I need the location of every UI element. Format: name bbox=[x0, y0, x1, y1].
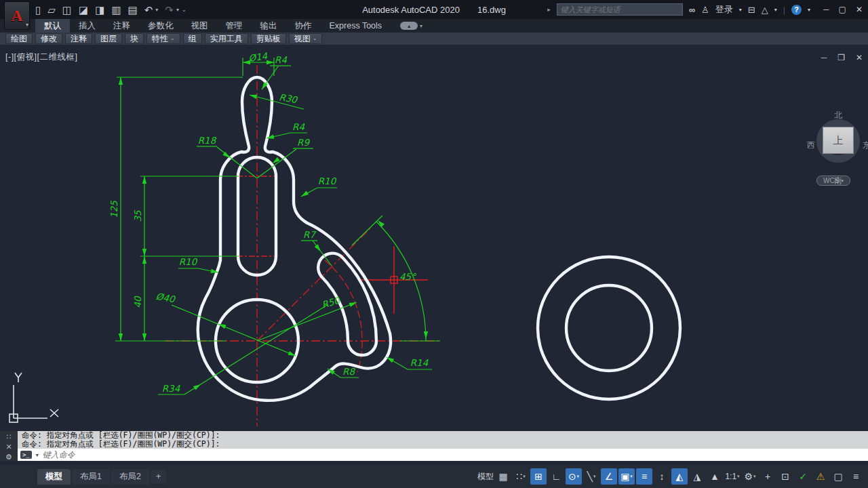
model-space-canvas[interactable]: Ø14 R4 R30 R4 R18 R9 R10 125 35 R7 45° R… bbox=[0, 45, 868, 465]
redo-dropdown-icon[interactable]: ▾ bbox=[176, 7, 179, 13]
dynamic-input-icon[interactable]: ⊞ bbox=[530, 468, 547, 485]
panel-block[interactable]: 块 bbox=[125, 33, 144, 44]
help-dropdown-icon[interactable]: ▾ bbox=[808, 7, 810, 13]
tab-output[interactable]: 输出 bbox=[252, 19, 286, 33]
snap-mode-icon[interactable]: ∷▾ bbox=[513, 468, 529, 485]
tab-insert[interactable]: 插入 bbox=[70, 19, 104, 33]
new-file-icon[interactable]: ▯ bbox=[35, 5, 41, 15]
autocad-logo: A bbox=[11, 7, 22, 25]
annotation-scale-icon[interactable]: ▲ bbox=[707, 468, 723, 485]
open-file-icon[interactable]: ▱ bbox=[47, 5, 56, 15]
graphics-performance-icon[interactable]: ✓ bbox=[795, 468, 811, 485]
panel-modify[interactable]: 修改 bbox=[35, 33, 62, 44]
object-snap-icon[interactable]: ▣▾ bbox=[618, 468, 635, 485]
panel-properties[interactable]: 特性⌄ bbox=[146, 33, 180, 44]
object-snap-tracking-icon[interactable]: ∠ bbox=[601, 468, 617, 485]
grid-display-icon[interactable]: ▦ bbox=[495, 468, 511, 485]
wcs-dropdown[interactable]: WCS▾ bbox=[816, 176, 850, 186]
tab-manage[interactable]: 管理 bbox=[217, 19, 252, 33]
recent-commands-icon[interactable]: ▾ bbox=[36, 452, 39, 458]
customization-icon[interactable]: ≡ bbox=[848, 468, 864, 485]
tab-layout1[interactable]: 布局1 bbox=[72, 469, 110, 485]
panel-utilities[interactable]: 实用工具 bbox=[205, 33, 248, 44]
tab-express-tools[interactable]: Express Tools bbox=[321, 19, 391, 33]
viewcube-west[interactable]: 西 bbox=[807, 140, 815, 151]
undo-icon[interactable]: ↶ bbox=[144, 5, 153, 15]
panel-clipboard[interactable]: 剪贴板 bbox=[251, 33, 286, 44]
undo-dropdown-icon[interactable]: ▾ bbox=[155, 7, 158, 13]
command-input[interactable] bbox=[43, 450, 868, 460]
search-icon[interactable]: ∞ bbox=[689, 5, 695, 15]
ribbon-display-button[interactable]: ▲ bbox=[400, 22, 418, 30]
new-layout-button[interactable]: + bbox=[151, 470, 166, 483]
annotation-monitor-icon[interactable]: + bbox=[760, 468, 776, 485]
save-icon[interactable]: ◫ bbox=[62, 5, 72, 15]
minimize-button[interactable]: ─ bbox=[823, 5, 829, 14]
search-expand-icon[interactable]: ▸ bbox=[547, 6, 551, 13]
annotation-visibility-icon[interactable]: ◭ bbox=[671, 468, 688, 485]
tab-view[interactable]: 视图 bbox=[182, 19, 217, 33]
tab-layout2[interactable]: 布局2 bbox=[111, 469, 149, 485]
close-button[interactable]: ✕ bbox=[856, 5, 863, 14]
sign-in-dropdown-icon[interactable]: ▾ bbox=[739, 7, 742, 13]
panel-draw[interactable]: 绘图 bbox=[5, 33, 33, 44]
viewcube-east[interactable]: 东 bbox=[863, 140, 868, 151]
hardware-acceleration-icon[interactable]: ⚠ bbox=[812, 468, 829, 485]
title-bar-right: ▸ ∞ ♙ 登录 ▾ ⊟ △ ▾ | ? ▾ ─ ▢ ✕ bbox=[547, 0, 868, 19]
etransmit-icon[interactable]: ◨ bbox=[95, 5, 104, 15]
ribbon-tab-row: 默认 插入 注释 参数化 视图 管理 输出 协作 Express Tools ▲… bbox=[0, 19, 868, 33]
annotation-scale-button[interactable]: 1:1▾ bbox=[724, 468, 741, 485]
status-bar: 模型 布局1 布局2 + 模型 ▦ ∷▾ ⊞ ∟ ⊙▾ ╲▾ ∠ ▣▾ ≡ ↕ … bbox=[0, 465, 868, 488]
panel-layers[interactable]: 图层 bbox=[95, 33, 122, 44]
tab-default[interactable]: 默认 bbox=[35, 19, 70, 33]
maximize-button[interactable]: ▢ bbox=[839, 5, 846, 14]
viewport-controls[interactable]: [-][俯视][二维线框] bbox=[5, 52, 78, 63]
model-space-button[interactable]: 模型 bbox=[477, 468, 494, 485]
qat-customize-icon[interactable]: ⌄ bbox=[182, 7, 186, 13]
clean-screen-icon[interactable]: ▢ bbox=[830, 468, 846, 485]
drag-grip-icon[interactable]: ∷ bbox=[7, 432, 12, 441]
drawing-minimize-button[interactable]: ─ bbox=[821, 53, 827, 62]
apps-dropdown-icon[interactable]: ▾ bbox=[774, 7, 777, 13]
redo-icon[interactable]: ↷ bbox=[165, 5, 174, 15]
ring-outer-circle[interactable] bbox=[538, 257, 680, 399]
drawing-window-buttons: ─ ❐ ✕ bbox=[821, 53, 863, 62]
panel-groups[interactable]: 组 bbox=[183, 33, 202, 44]
plot-icon[interactable]: ▤ bbox=[128, 5, 138, 15]
application-menu-button[interactable]: A ▾ bbox=[4, 1, 30, 30]
viewcube-top-face[interactable]: 上 bbox=[823, 127, 854, 154]
customize-wrench-icon[interactable]: ⚙ bbox=[5, 453, 12, 462]
sign-in-label[interactable]: 登录 bbox=[715, 3, 733, 16]
dim-r14: R14 bbox=[410, 357, 429, 368]
tab-annotate[interactable]: 注释 bbox=[104, 19, 139, 33]
save-as-icon[interactable]: ◪ bbox=[79, 5, 88, 15]
panel-view[interactable]: 视图⌄ bbox=[289, 33, 323, 44]
tab-parametric[interactable]: 参数化 bbox=[139, 19, 182, 33]
dim-r7: R7 bbox=[303, 229, 316, 240]
ortho-mode-icon[interactable]: ∟ bbox=[548, 468, 564, 485]
workspace-switching-icon[interactable]: ⚙▾ bbox=[742, 468, 758, 485]
ring-inner-circle[interactable] bbox=[566, 285, 652, 371]
plot-preview-icon[interactable]: ▥ bbox=[111, 5, 121, 15]
command-prompt-icon[interactable]: >_ bbox=[20, 451, 32, 459]
annotation-autoscale-icon[interactable]: ◮ bbox=[689, 468, 705, 485]
command-close-icon[interactable]: ✕ bbox=[5, 443, 12, 451]
drawing-close-button[interactable]: ✕ bbox=[856, 53, 863, 62]
app-store-cart-icon[interactable]: ⊟ bbox=[748, 5, 755, 15]
isometric-drafting-icon[interactable]: ╲▾ bbox=[583, 468, 599, 485]
drawing-restore-button[interactable]: ❐ bbox=[837, 53, 845, 62]
polar-tracking-icon[interactable]: ⊙▾ bbox=[566, 468, 582, 485]
search-input[interactable] bbox=[557, 3, 683, 16]
autodesk-apps-icon[interactable]: △ bbox=[762, 5, 768, 15]
viewcube-north[interactable]: 北 bbox=[834, 110, 842, 121]
tab-model[interactable]: 模型 bbox=[37, 469, 71, 485]
help-icon[interactable]: ? bbox=[791, 5, 802, 15]
quick-access-toolbar: ▯ ▱ ◫ ◪ ◨ ▥ ▤ ↶▾ ↷▾ ⌄ bbox=[35, 0, 186, 19]
panel-annotate[interactable]: 注释 bbox=[65, 33, 92, 44]
isolate-objects-icon[interactable]: ⊡ bbox=[777, 468, 793, 485]
tab-collaborate[interactable]: 协作 bbox=[286, 19, 321, 33]
ribbon-display-dropdown-icon[interactable]: ▾ bbox=[420, 23, 422, 29]
user-icon[interactable]: ♙ bbox=[701, 5, 709, 15]
selection-cycling-icon[interactable]: ↕ bbox=[654, 468, 670, 485]
lineweight-icon[interactable]: ≡ bbox=[636, 468, 652, 485]
